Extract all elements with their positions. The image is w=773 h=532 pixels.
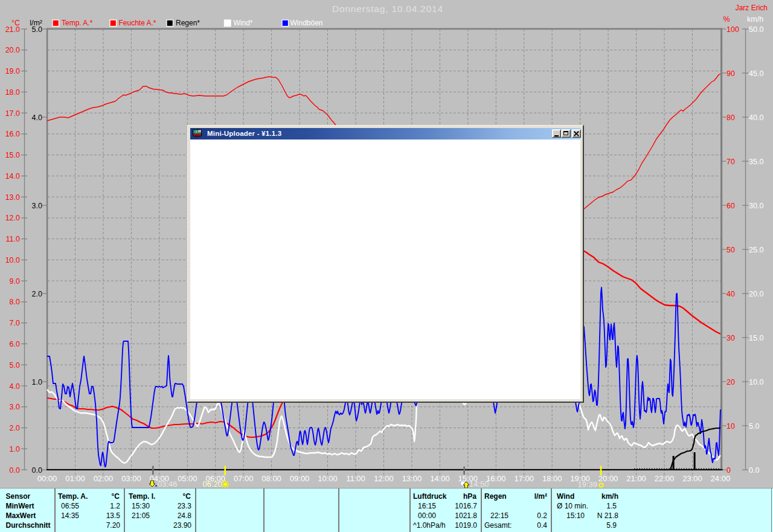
svg-text:21.0: 21.0 [5,25,20,34]
svg-text:45.0: 45.0 [749,69,763,78]
svg-text:08:00: 08:00 [261,474,281,483]
svg-text:13:00: 13:00 [402,474,422,483]
svg-text:22:00: 22:00 [655,474,675,483]
svg-text:90: 90 [726,69,735,78]
svg-text:8.0: 8.0 [10,298,20,306]
svg-text:1.0: 1.0 [32,378,42,386]
svg-text:5.0: 5.0 [10,361,20,370]
svg-text:16.0: 16.0 [5,130,20,138]
svg-text:11.0: 11.0 [6,235,20,243]
svg-text:17.0: 17.0 [5,109,20,118]
svg-text:Regen*: Regen* [176,19,200,27]
svg-text:10.0: 10.0 [749,378,763,386]
svg-text:50.0: 50.0 [749,25,763,34]
svg-text:20:00: 20:00 [598,474,618,483]
svg-text:12.0: 12.0 [5,214,20,222]
svg-text:02:00: 02:00 [94,474,114,483]
svg-text:20.0: 20.0 [749,290,763,298]
svg-text:3.0: 3.0 [32,202,42,210]
svg-text:100: 100 [726,25,739,34]
svg-text:7.0: 7.0 [10,319,20,327]
svg-text:4.0: 4.0 [32,114,42,122]
svg-text:18:00: 18:00 [542,474,562,483]
svg-text:2.0: 2.0 [10,424,20,432]
svg-text:21:00: 21:00 [626,474,646,483]
svg-text:05:00: 05:00 [178,474,197,483]
svg-text:0.0: 0.0 [10,466,20,475]
svg-text:Donnerstag, 10.04.2014: Donnerstag, 10.04.2014 [332,4,443,14]
svg-text:Jarz Erich: Jarz Erich [736,4,768,12]
svg-text:10.0: 10.0 [5,256,20,264]
svg-text:25.0: 25.0 [749,246,763,254]
svg-text:%: % [723,15,730,24]
svg-text:Temp. A.*: Temp. A.* [62,19,93,27]
svg-text:60: 60 [726,202,735,210]
svg-text:4.0: 4.0 [10,382,20,391]
svg-text:15.0: 15.0 [5,151,20,159]
svg-text:10: 10 [726,422,735,431]
svg-text:0: 0 [726,466,731,475]
svg-text:15.0: 15.0 [749,334,763,342]
svg-text:12:00: 12:00 [374,474,394,483]
svg-text:5.0: 5.0 [749,422,759,431]
svg-text:0.0: 0.0 [749,466,759,475]
svg-text:Wind*: Wind* [234,19,253,27]
svg-text:30.0: 30.0 [749,202,763,210]
svg-text:16:00: 16:00 [486,474,506,483]
svg-text:3.0: 3.0 [10,403,20,411]
svg-text:6.0: 6.0 [10,340,20,348]
svg-text:20.0: 20.0 [5,46,20,54]
svg-text:1.0: 1.0 [10,445,20,453]
svg-text:10:00: 10:00 [318,474,338,483]
svg-text:2.0: 2.0 [32,290,42,298]
svg-text:35.0: 35.0 [749,158,763,166]
svg-text:03:00: 03:00 [121,474,141,483]
svg-text:5.0: 5.0 [32,25,42,34]
svg-text:14:00: 14:00 [430,474,450,483]
svg-text:9.0: 9.0 [10,277,20,286]
svg-text:07:00: 07:00 [234,474,254,483]
svg-text:09:00: 09:00 [290,474,310,483]
svg-text:24:00: 24:00 [711,474,731,483]
svg-text:30: 30 [726,334,735,342]
svg-text:13.0: 13.0 [5,193,20,202]
svg-text:80: 80 [726,114,735,122]
svg-text:01:00: 01:00 [65,474,85,483]
svg-text:17:00: 17:00 [514,474,534,483]
svg-text:50: 50 [726,246,735,254]
svg-text:Feuchte A.*: Feuchte A.* [119,19,156,27]
svg-text:km/h: km/h [747,15,763,24]
svg-text:0.0: 0.0 [32,466,42,475]
svg-text:19.0: 19.0 [5,67,20,75]
svg-text:23:00: 23:00 [682,474,702,483]
svg-text:40: 40 [726,290,735,298]
svg-text:00:00: 00:00 [37,474,57,483]
svg-text:14.0: 14.0 [5,172,20,181]
svg-text:Windböen: Windböen [290,19,323,27]
svg-text:11:00: 11:00 [346,474,365,483]
svg-text:20: 20 [726,378,735,386]
svg-text:18.0: 18.0 [5,88,20,97]
svg-text:40.0: 40.0 [749,114,763,122]
svg-text:70: 70 [726,158,735,166]
